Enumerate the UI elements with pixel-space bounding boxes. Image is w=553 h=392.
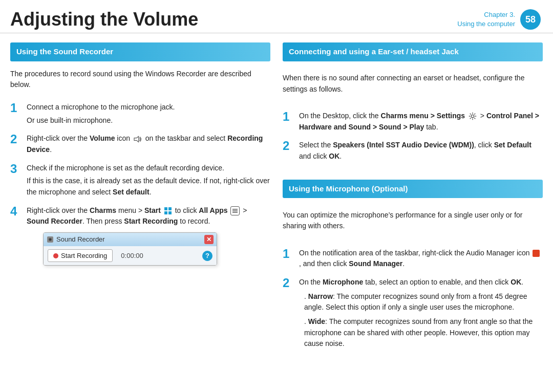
start-recording-label: Start Recording — [61, 252, 107, 259]
step-content-3: Check if the microphone is set as the de… — [27, 163, 270, 198]
svg-rect-3 — [164, 211, 167, 214]
connecting-section-header: Connecting and using a Ear-set / headset… — [283, 42, 543, 61]
recorder-app-icon — [47, 236, 54, 243]
step-number-1: 1 — [10, 101, 22, 116]
volume-icon — [133, 136, 142, 143]
microphone-step-number-2: 2 — [283, 276, 294, 291]
wide-option: . Wide: The computer recognizes sound fr… — [299, 316, 543, 350]
svg-point-10 — [50, 239, 51, 241]
connecting-step-1: 1 On the Desktop, click the Charms menu … — [283, 111, 543, 133]
timer-display: 0:00:00 — [117, 251, 198, 261]
recorder-close-button[interactable]: ✕ — [204, 235, 214, 244]
step-number-4: 4 — [10, 204, 22, 219]
settings-icon — [468, 112, 477, 121]
step-3: 3 Check if the microphone is set as the … — [10, 163, 270, 198]
svg-rect-4 — [168, 211, 172, 214]
connecting-steps-list: 1 On the Desktop, click the Charms menu … — [283, 110, 543, 163]
apps-icon — [230, 206, 240, 215]
step-number-2: 2 — [10, 132, 22, 147]
microphone-sub-list: . Narrow: The computer recognizes sound … — [299, 291, 543, 350]
connecting-step-number-1: 1 — [283, 110, 294, 124]
microphone-section: Using the Microphone (Optional) You can … — [283, 180, 543, 354]
chapter-text: Chapter 3. Using the computer — [457, 10, 515, 29]
recorder-body: Start Recording 0:00:00 ? — [44, 246, 217, 265]
microphone-section-header: Using the Microphone (Optional) — [283, 180, 543, 199]
microphone-intro-text: You can optimize the microphone’s perfor… — [283, 210, 543, 232]
right-column: Connecting and using a Ear-set / headset… — [283, 42, 543, 382]
step-number-3: 3 — [10, 162, 22, 177]
recorder-titlebar-left: Sound Recorder — [47, 234, 105, 245]
microphone-step-content-2: On the Microphone tab, select an option … — [299, 277, 543, 353]
connecting-step-number-2: 2 — [283, 139, 294, 154]
microphone-step-content-1: On the notification area of the taskbar,… — [299, 248, 543, 270]
chapter-label: Chapter 3. — [457, 10, 515, 19]
connecting-step-content-2: Select the Speakers (Intel SST Audio Dev… — [299, 140, 543, 162]
step-content-2: Right-click over the Volume icon on the … — [27, 133, 270, 155]
start-recording-button[interactable]: Start Recording — [48, 249, 113, 262]
chapter-sub: Using the computer — [457, 19, 515, 29]
microphone-step-1: 1 On the notification area of the taskba… — [283, 248, 543, 270]
connecting-section: Connecting and using a Ear-set / headset… — [283, 42, 543, 163]
windows-start-icon — [164, 207, 172, 215]
svg-point-11 — [471, 115, 474, 117]
left-section-header: Using the Sound Recorder — [10, 42, 270, 61]
step-content-1: Connect a microphone to the microphone j… — [27, 102, 270, 126]
connecting-intro-text: When there is no sound after connecting … — [283, 73, 543, 95]
svg-rect-1 — [164, 207, 167, 210]
step-content-4: Right-click over the Charms menu > Start… — [27, 205, 270, 268]
chapter-info: Chapter 3. Using the computer 58 — [457, 9, 541, 30]
left-steps-list: 1 Connect a microphone to the microphone… — [10, 101, 270, 269]
recorder-title: Sound Recorder — [56, 234, 105, 245]
step-4: 4 Right-click over the Charms menu > Sta… — [10, 205, 270, 268]
help-button[interactable]: ? — [202, 251, 212, 261]
microphone-step-number-1: 1 — [283, 247, 294, 262]
recorder-titlebar: Sound Recorder ✕ — [44, 233, 217, 246]
page-header: Adjusting the Volume Chapter 3. Using th… — [0, 0, 553, 33]
content-area: Using the Sound Recorder The procedures … — [0, 33, 553, 392]
page-title: Adjusting the Volume — [10, 9, 198, 30]
recorder-mockup: Sound Recorder ✕ Start Recording 0:00:00 — [43, 232, 217, 266]
left-intro-text: The procedures to record sound using the… — [10, 69, 270, 91]
microphone-steps-list: 1 On the notification area of the taskba… — [283, 247, 543, 354]
step-2: 2 Right-click over the Volume icon on th… — [10, 133, 270, 155]
page-container: Adjusting the Volume Chapter 3. Using th… — [0, 0, 553, 392]
rec-dot-icon — [53, 253, 58, 258]
chapter-badge: 58 — [520, 9, 541, 30]
left-column: Using the Sound Recorder The procedures … — [10, 42, 270, 382]
svg-rect-2 — [168, 207, 172, 210]
step-1: 1 Connect a microphone to the microphone… — [10, 102, 270, 126]
narrow-option: . Narrow: The computer recognizes sound … — [299, 291, 543, 313]
connecting-step-content-1: On the Desktop, click the Charms menu > … — [299, 111, 543, 133]
microphone-step-2: 2 On the Microphone tab, select an optio… — [283, 277, 543, 353]
connecting-step-2: 2 Select the Speakers (Intel SST Audio D… — [283, 140, 543, 162]
audio-manager-icon — [533, 250, 540, 257]
svg-marker-0 — [134, 136, 139, 142]
